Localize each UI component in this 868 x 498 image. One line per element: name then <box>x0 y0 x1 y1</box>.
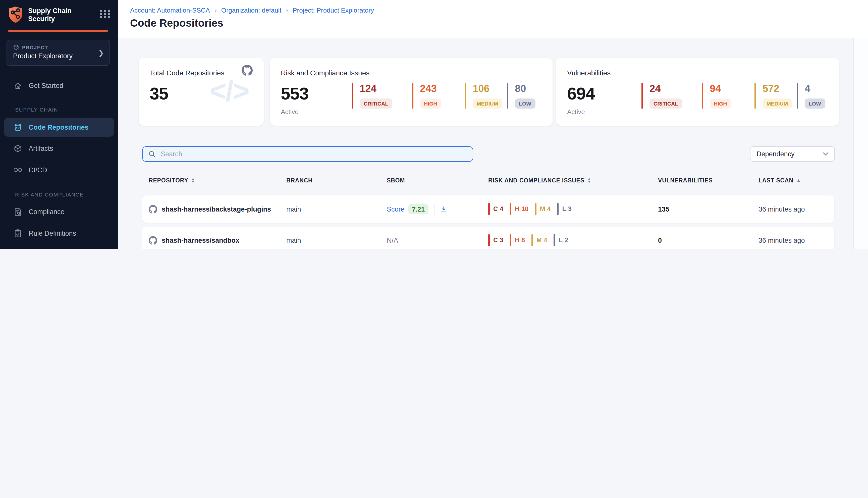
project-label: PROJECT <box>13 44 104 50</box>
sbom-score-badge: 7.21 <box>409 204 428 214</box>
sidebar-item-artifacts[interactable]: Artifacts <box>0 139 118 158</box>
right-panel-strip <box>853 38 868 249</box>
critical-chip: C3 <box>488 234 505 246</box>
clipboard-check-icon <box>14 229 22 237</box>
breadcrumb-organization[interactable]: Organization: default <box>221 6 282 14</box>
cube-icon <box>13 44 19 50</box>
project-name: Product Exploratory <box>13 52 104 60</box>
repo-name: shash-harness/sandbox <box>162 236 239 244</box>
download-icon[interactable] <box>440 205 447 213</box>
chevron-right-icon: › <box>214 6 217 14</box>
app-window: Supply ChainSecurity PROJECT Product Exp… <box>0 0 868 249</box>
search-input[interactable] <box>160 150 467 158</box>
total-repos-value: 35 <box>150 84 168 104</box>
home-icon <box>14 81 22 90</box>
vulnerabilities-cell: 135 <box>658 205 759 213</box>
critical-stat: 24CRITICAL <box>641 83 702 108</box>
section-supply-chain: SUPPLY CHAIN <box>15 106 58 113</box>
sidebar: Supply ChainSecurity PROJECT Product Exp… <box>0 0 118 249</box>
breadcrumb-project[interactable]: Project: Product Exploratory <box>293 6 374 14</box>
search-icon <box>148 150 156 158</box>
infinity-icon <box>14 167 22 172</box>
sidebar-item-remediation-tracker[interactable]: Remediation Tracker <box>0 245 118 249</box>
vulns-total-value: 694 <box>567 84 595 104</box>
document-search-icon <box>14 207 22 216</box>
low-stat: 4LOW <box>797 83 825 108</box>
card-label: Vulnerabilities <box>567 69 611 77</box>
dependency-filter-dropdown[interactable]: Dependency <box>750 146 835 162</box>
branch-cell: main <box>286 236 387 244</box>
sort-icon: ▲▼ <box>191 178 195 183</box>
table-row[interactable]: shash-harness/sandbox main N/A C3 H8 M4 … <box>142 227 834 249</box>
code-repo-icon <box>14 123 22 131</box>
sidebar-item-compliance[interactable]: Compliance <box>0 202 118 221</box>
high-chip: H8 <box>510 234 527 246</box>
breadcrumb-account[interactable]: Account: Automation-SSCA <box>130 6 210 14</box>
app-title: Supply ChainSecurity <box>28 6 100 23</box>
sbom-score-link[interactable]: Score <box>387 205 405 213</box>
page-title: Code Repositories <box>130 17 223 29</box>
sort-asc-icon: ▲ <box>797 178 801 183</box>
repo-name: shash-harness/backstage-plugins <box>162 205 271 213</box>
sidebar-item-get-started[interactable]: Get Started <box>0 76 118 95</box>
module-grid-icon[interactable] <box>100 10 111 18</box>
low-chip: L3 <box>557 203 574 215</box>
section-risk-and-compliance: RISK AND COMPLIANCE <box>15 192 84 197</box>
medium-stat: 572MEDIUM <box>755 83 797 108</box>
accent-divider <box>8 30 108 32</box>
chevron-right-icon: ❯ <box>98 49 104 57</box>
column-header-sbom: SBOM <box>387 178 405 183</box>
branch-cell: main <box>286 205 387 213</box>
sidebar-item-cicd[interactable]: CI/CD <box>0 160 118 180</box>
total-repos-card: Total Code Repositories 35 </> <box>139 58 264 126</box>
column-header-vulnerabilities: VULNERABILITIES <box>658 178 713 183</box>
risk-total-value: 553 <box>281 84 308 104</box>
column-header-risk[interactable]: RISK AND COMPLIANCE ISSUES▲▼ <box>488 178 591 183</box>
table-row[interactable]: shash-harness/backstage-plugins main Sco… <box>142 196 834 223</box>
vulnerabilities-card: Vulnerabilities 694 Active 24CRITICAL 94… <box>556 58 839 126</box>
low-chip: L2 <box>554 234 570 246</box>
sidebar-item-code-repositories[interactable]: Code Repositories <box>4 118 114 137</box>
medium-chip: M4 <box>532 234 549 246</box>
active-label: Active <box>281 108 299 116</box>
low-stat: 80LOW <box>507 83 535 108</box>
page-header: Account: Automation-SSCA › Organization:… <box>118 0 868 38</box>
dropdown-value: Dependency <box>757 150 794 158</box>
chevron-right-icon: › <box>286 6 288 14</box>
column-header-last-scan[interactable]: LAST SCAN▲ <box>759 178 801 183</box>
active-label: Active <box>567 108 585 116</box>
column-header-branch: BRANCH <box>286 178 312 183</box>
critical-stat: 124CRITICAL <box>352 83 412 108</box>
vulnerabilities-cell: 0 <box>658 236 759 244</box>
search-box <box>142 146 473 162</box>
supply-chain-security-logo-icon <box>8 6 23 23</box>
github-icon <box>149 236 157 245</box>
cube-icon <box>14 144 22 153</box>
medium-chip: M4 <box>535 203 553 215</box>
breadcrumb: Account: Automation-SSCA › Organization:… <box>130 6 374 14</box>
chevron-down-icon <box>823 153 828 156</box>
last-scan-cell: 36 minutes ago <box>759 236 834 244</box>
sort-icon: ▲▼ <box>587 178 591 183</box>
sbom-na: N/A <box>387 236 398 244</box>
high-stat: 243HIGH <box>412 83 465 108</box>
divider <box>434 204 434 214</box>
high-stat: 94HIGH <box>702 83 755 108</box>
critical-chip: C4 <box>488 203 505 215</box>
last-scan-cell: 36 minutes ago <box>759 205 834 213</box>
risk-issues-card: Risk and Compliance Issues 553 Active 12… <box>270 58 552 126</box>
high-chip: H10 <box>510 203 531 215</box>
column-header-repository[interactable]: REPOSITORY▲▼ <box>149 178 195 183</box>
card-label: Risk and Compliance Issues <box>281 69 370 77</box>
project-selector[interactable]: PROJECT Product Exploratory ❯ <box>6 40 110 66</box>
medium-stat: 106MEDIUM <box>465 83 507 108</box>
code-watermark-icon: </> <box>210 74 249 107</box>
github-icon <box>149 205 157 213</box>
sidebar-item-rule-definitions[interactable]: Rule Definitions <box>0 224 118 243</box>
